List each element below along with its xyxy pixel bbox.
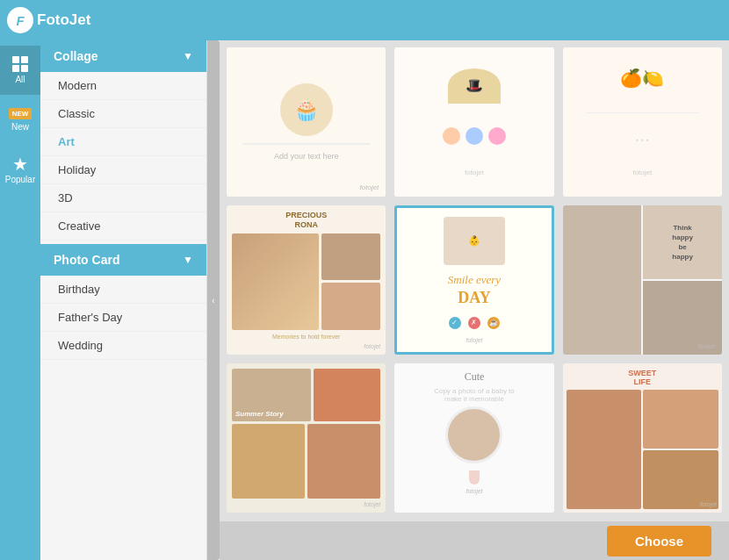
nav-item-birthday[interactable]: Birthday (40, 276, 206, 304)
nav-item-wedding[interactable]: Wedding (40, 332, 206, 360)
nav-popular[interactable]: ★ Popular (0, 144, 40, 193)
template-card-7[interactable]: Summer Story fotojet (227, 363, 386, 513)
collage-chevron: ▼ (183, 50, 193, 62)
nav-all[interactable]: All (0, 46, 40, 95)
template-card-5[interactable]: 👶 Smile every DAY ✓ ✗ ☕ fotojet (394, 205, 553, 355)
nav-item-modern[interactable]: Modern (40, 72, 206, 100)
nav-popular-label: Popular (5, 175, 35, 184)
bottom-bar: Choose (220, 521, 729, 560)
photo-card-chevron: ▼ (183, 254, 193, 266)
nav-collapse-arrow[interactable]: ‹ (207, 40, 220, 560)
nav-new-label: New (11, 122, 29, 132)
nav-all-label: All (15, 75, 25, 84)
template-card-4[interactable]: PRECIOUSRONA Memories to hold forever f (227, 205, 386, 355)
template-grid-container: 🧁 Add your text here fotojet 🎩 (220, 40, 729, 560)
choose-button[interactable]: Choose (607, 526, 711, 556)
nav-item-creative[interactable]: Creative (40, 212, 206, 241)
sidebar-icons: All NEW New ★ Popular (0, 40, 40, 560)
logo-letter: F (16, 13, 24, 28)
new-badge: NEW (9, 108, 32, 119)
nav-item-art[interactable]: Art (40, 128, 206, 156)
nav-item-fathers-day[interactable]: Father's Day (40, 304, 206, 332)
nav-item-holiday[interactable]: Holiday (40, 156, 206, 184)
header: F FotoJet (0, 0, 729, 40)
photo-card-section-header[interactable]: Photo Card ▼ (40, 244, 206, 276)
nav-panel: Collage ▼ Modern Classic Art Holiday 3D … (40, 40, 207, 560)
template-card-2[interactable]: 🎩 fotojet (394, 47, 553, 197)
logo[interactable]: F FotoJet (7, 7, 90, 33)
template-card-8[interactable]: Cute Copy a photo of a baby tomake it me… (394, 363, 553, 513)
nav-new[interactable]: NEW New (0, 95, 40, 144)
collage-section-header[interactable]: Collage ▼ (40, 40, 206, 72)
nav-item-3d[interactable]: 3D (40, 184, 206, 212)
template-card-6[interactable]: Thinkhappybehappy fotojet (563, 205, 722, 355)
nav-item-classic[interactable]: Classic (40, 100, 206, 128)
brand-name: FotoJet (37, 11, 90, 29)
template-grid: 🧁 Add your text here fotojet 🎩 (220, 40, 729, 521)
template-card-9[interactable]: SWEETLIFE fotojet (563, 363, 722, 513)
template-card-3[interactable]: 🍊🍋 • • • fotojet (563, 47, 722, 197)
template-card-1[interactable]: 🧁 Add your text here fotojet (227, 47, 386, 197)
